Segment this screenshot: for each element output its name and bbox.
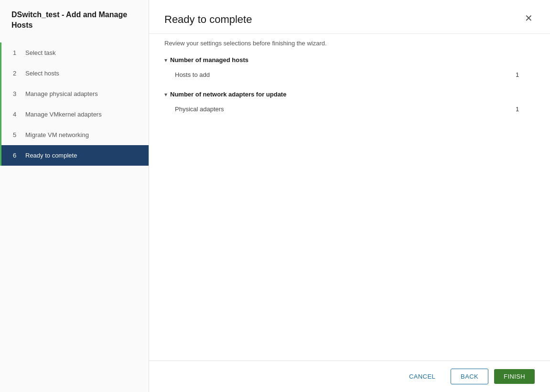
section-0: ▾ Number of managed hosts Hosts to add 1 xyxy=(164,56,535,81)
section-row-1-0: Physical adapters 1 xyxy=(164,103,535,116)
section-title: Number of managed hosts xyxy=(170,56,248,64)
back-button[interactable]: BACK xyxy=(451,369,488,384)
step-number: 5 xyxy=(13,131,21,138)
step-label: Manage physical adapters xyxy=(25,90,98,97)
row-value: 1 xyxy=(516,106,535,113)
sidebar-step-2[interactable]: 2 Select hosts xyxy=(0,63,149,84)
step-number: 6 xyxy=(13,152,21,159)
sidebar-title: DSwitch_test - Add and Manage Hosts xyxy=(0,10,149,42)
finish-button[interactable]: FINISH xyxy=(494,369,535,384)
chevron-down-icon: ▾ xyxy=(164,91,167,98)
step-number: 1 xyxy=(13,49,21,56)
page-title: Ready to complete xyxy=(164,13,252,26)
main-body: ▾ Number of managed hosts Hosts to add 1… xyxy=(149,47,550,360)
cancel-button[interactable]: CANCEL xyxy=(399,369,445,384)
main-header: Ready to complete ✕ xyxy=(149,0,550,34)
section-header-1[interactable]: ▾ Number of network adapters for update xyxy=(164,91,535,98)
step-number: 3 xyxy=(13,90,21,97)
step-number: 4 xyxy=(13,111,21,118)
sidebar: DSwitch_test - Add and Manage Hosts 1 Se… xyxy=(0,0,149,392)
step-label: Migrate VM networking xyxy=(25,131,89,138)
main-subtitle: Review your settings selections before f… xyxy=(149,34,550,47)
sidebar-step-4[interactable]: 4 Manage VMkernel adapters xyxy=(0,104,149,125)
row-label: Hosts to add xyxy=(175,71,516,78)
main-content: Ready to complete ✕ Review your settings… xyxy=(149,0,550,392)
step-label: Ready to complete xyxy=(25,152,77,159)
sidebar-steps: 1 Select task 2 Select hosts 3 Manage ph… xyxy=(0,42,149,166)
modal-window: DSwitch_test - Add and Manage Hosts 1 Se… xyxy=(0,0,550,392)
section-header-0[interactable]: ▾ Number of managed hosts xyxy=(164,56,535,64)
section-row-0-0: Hosts to add 1 xyxy=(164,68,535,81)
row-value: 1 xyxy=(516,71,535,78)
step-label: Manage VMkernel adapters xyxy=(25,111,102,118)
close-button[interactable]: ✕ xyxy=(523,13,535,23)
sidebar-step-5[interactable]: 5 Migrate VM networking xyxy=(0,125,149,145)
section-title: Number of network adapters for update xyxy=(170,91,286,98)
chevron-down-icon: ▾ xyxy=(164,57,167,64)
section-1: ▾ Number of network adapters for update … xyxy=(164,91,535,116)
sidebar-step-1[interactable]: 1 Select task xyxy=(0,42,149,63)
sidebar-step-3[interactable]: 3 Manage physical adapters xyxy=(0,84,149,104)
main-footer: CANCEL BACK FINISH xyxy=(149,360,550,392)
step-number: 2 xyxy=(13,70,21,77)
sidebar-step-6[interactable]: 6 Ready to complete xyxy=(0,145,149,166)
row-label: Physical adapters xyxy=(175,106,516,113)
step-label: Select hosts xyxy=(25,70,59,77)
step-label: Select task xyxy=(25,49,56,56)
